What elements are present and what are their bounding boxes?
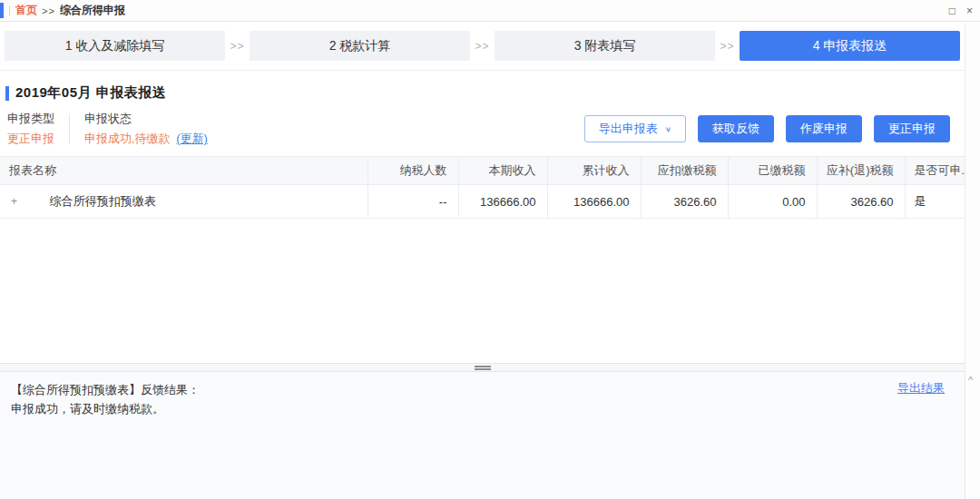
report-table: 报表名称 纳税人数 本期收入 累计收入 应扣缴税额 已缴税额 应补(退)税额 是… <box>0 156 965 219</box>
col-declarable: 是否可申... <box>905 157 965 185</box>
feedback-message: 申报成功，请及时缴纳税款。 <box>11 399 954 418</box>
step-1-income[interactable]: 1 收入及减除填写 <box>5 31 225 61</box>
paid-tax-cell: 0.00 <box>728 185 817 219</box>
close-icon[interactable]: × <box>966 5 973 16</box>
declare-type-value: 更正申报 <box>7 131 54 147</box>
declare-type-block: 申报类型 更正申报 <box>7 111 54 147</box>
content-spacer <box>0 219 965 363</box>
splitter-handle-icon[interactable] <box>475 366 491 370</box>
breadcrumb-bar: 首页 >> 综合所得申报 □ × <box>0 0 980 22</box>
report-name: 综合所得预扣预缴表 <box>50 194 156 208</box>
step-3-attachments[interactable]: 3 附表填写 <box>495 31 715 61</box>
section-title-row: 2019年05月 申报表报送 <box>5 84 965 102</box>
table-header-row: 报表名称 纳税人数 本期收入 累计收入 应扣缴税额 已缴税额 应补(退)税额 是… <box>0 157 965 185</box>
step-arrow-icon: >> <box>470 40 495 53</box>
payable-refund-tax-cell: 3626.60 <box>817 185 905 219</box>
step-wizard: 1 收入及减除填写 >> 2 税款计算 >> 3 附表填写 >> 4 申报表报送 <box>0 23 965 71</box>
col-report-name: 报表名称 <box>0 157 368 185</box>
declare-state-block: 申报状态 申报成功,待缴款 (更新) <box>84 111 208 147</box>
step-4-submit[interactable]: 4 申报表报送 <box>740 31 960 61</box>
current-income-cell: 136666.00 <box>458 185 547 219</box>
col-taxpayer-count: 纳税人数 <box>368 157 458 185</box>
declare-state-label: 申报状态 <box>84 111 208 127</box>
panel-splitter[interactable] <box>0 363 965 372</box>
feedback-title: 【综合所得预扣预缴表】反馈结果： <box>11 380 954 399</box>
col-withholding-tax: 应扣缴税额 <box>641 157 728 185</box>
declare-state-value: 申报成功,待缴款 (更新) <box>84 131 208 147</box>
export-declaration-label: 导出申报表 <box>599 121 658 137</box>
expand-row-icon[interactable]: + <box>11 195 17 208</box>
feedback-panel: 【综合所得预扣预缴表】反馈结果： 申报成功，请及时缴纳税款。 导出结果 <box>0 372 965 499</box>
title-accent-bar <box>5 86 9 101</box>
void-declaration-button[interactable]: 作废申报 <box>786 115 862 142</box>
breadcrumb-separator: >> <box>42 5 55 16</box>
col-cumulative-income: 累计收入 <box>547 157 641 185</box>
table-row[interactable]: + 综合所得预扣预缴表 -- 136666.00 136666.00 3626.… <box>0 185 965 219</box>
step-arrow-icon: >> <box>225 40 250 53</box>
window-controls: □ × <box>949 0 973 22</box>
declare-type-label: 申报类型 <box>7 111 54 127</box>
get-feedback-button[interactable]: 获取反馈 <box>698 115 774 142</box>
breadcrumb-home[interactable]: 首页 <box>15 3 37 18</box>
col-payable-refund-tax: 应补(退)税额 <box>817 157 905 185</box>
collapse-panel-icon[interactable]: ^ <box>968 375 973 386</box>
maximize-icon[interactable]: □ <box>949 5 956 16</box>
chevron-down-icon: ∨ <box>665 125 671 133</box>
right-side-strip: ^ <box>965 23 980 499</box>
refresh-status-link[interactable]: (更新) <box>176 132 208 145</box>
edge-accent-marker <box>0 3 4 18</box>
taxpayer-count-cell: -- <box>368 185 458 219</box>
main-content: 1 收入及减除填写 >> 2 税款计算 >> 3 附表填写 >> 4 申报表报送… <box>0 23 965 499</box>
step-arrow-icon: >> <box>715 40 740 53</box>
export-result-link[interactable]: 导出结果 <box>897 380 945 396</box>
correct-declaration-button[interactable]: 更正申报 <box>874 115 950 142</box>
step-2-tax-calc[interactable]: 2 税款计算 <box>250 31 470 61</box>
breadcrumb-current: 综合所得申报 <box>60 3 125 18</box>
page-title: 2019年05月 申报表报送 <box>15 84 166 102</box>
report-name-cell: + 综合所得预扣预缴表 <box>0 185 368 219</box>
declarable-cell: 是 <box>905 185 965 219</box>
col-paid-tax: 已缴税额 <box>728 157 817 185</box>
withholding-tax-cell: 3626.60 <box>641 185 728 219</box>
action-toolbar: 导出申报表 ∨ 获取反馈 作废申报 更正申报 <box>584 115 950 142</box>
breadcrumb-divider-icon <box>9 5 10 16</box>
status-divider <box>69 113 70 144</box>
declare-state-text: 申报成功,待缴款 <box>84 132 171 145</box>
cumulative-income-cell: 136666.00 <box>547 185 641 219</box>
col-current-income: 本期收入 <box>458 157 547 185</box>
status-toolbar-row: 申报类型 更正申报 申报状态 申报成功,待缴款 (更新) 导出申报表 ∨ 获取反… <box>0 111 965 147</box>
export-declaration-button[interactable]: 导出申报表 ∨ <box>584 115 686 142</box>
